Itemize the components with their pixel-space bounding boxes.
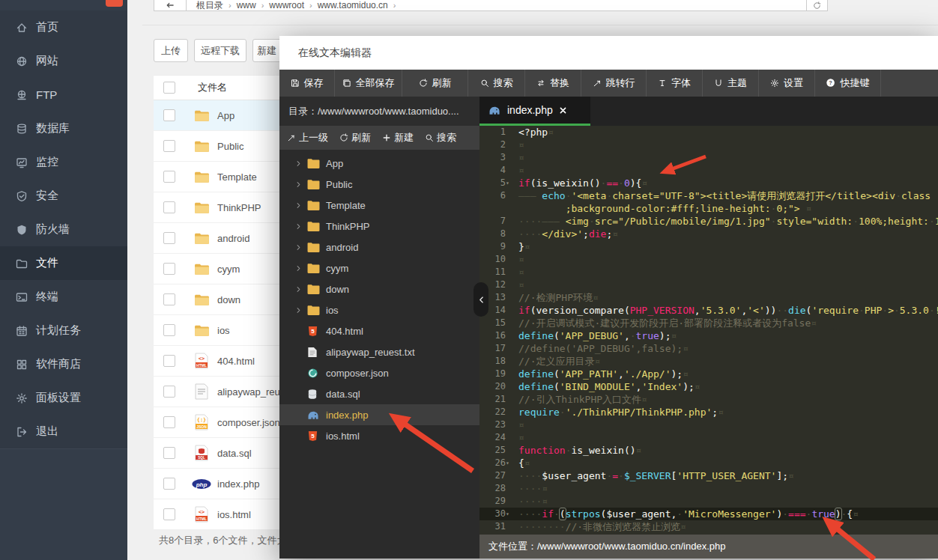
tree-up-level-button[interactable]: 上一级 <box>287 131 328 144</box>
sql-s-icon <box>307 389 321 400</box>
tree-item[interactable]: Template <box>279 195 479 216</box>
tree-item[interactable]: down <box>279 279 479 299</box>
tree-item[interactable]: cyym <box>279 258 479 279</box>
font-button[interactable]: 字体 <box>647 70 703 97</box>
code-line: 27····$user_agent·=·$_SERVER['HTTP_USER_… <box>479 469 938 482</box>
line-number: 11 <box>479 266 514 279</box>
tree-item-name: index.php <box>326 410 368 421</box>
refresh-path-button[interactable] <box>806 0 827 10</box>
sidebar-item-logout[interactable]: 退出 <box>0 415 127 448</box>
sidebar-item-home[interactable]: 首页 <box>0 10 127 44</box>
chevron-right-icon[interactable] <box>294 160 302 167</box>
tree-item[interactable]: data.sql <box>279 383 479 404</box>
editor-tab-indexphp[interactable]: index.php <box>479 97 590 126</box>
tree-item[interactable]: App <box>279 153 479 174</box>
row-checkbox[interactable] <box>163 109 175 121</box>
fm-button-upload[interactable]: 上传 <box>154 39 188 62</box>
row-checkbox[interactable] <box>163 140 175 152</box>
html5-icon: 5 <box>307 430 321 442</box>
gear-button[interactable]: 设置 <box>759 70 815 97</box>
chevron-right-icon[interactable] <box>294 202 302 209</box>
refresh-button[interactable]: 刷新 <box>402 70 468 97</box>
editor-modal: 在线文本编辑器 保存全部保存刷新搜索替换跳转行字体主题设置?快捷键 目录：/ww… <box>279 36 938 559</box>
chevron-right-icon[interactable] <box>294 286 302 293</box>
tree-item[interactable]: index.php <box>279 404 479 425</box>
sidebar-item-label: 防火墙 <box>36 222 70 237</box>
row-checkbox[interactable] <box>163 447 175 459</box>
tree-item[interactable]: alipaywap_reuest.txt <box>279 341 479 362</box>
tree-item[interactable]: ThinkPHP <box>279 216 479 237</box>
file-name: cyym <box>217 264 240 275</box>
editor-modal-title: 在线文本编辑器 <box>298 36 372 70</box>
up-level-icon <box>287 133 296 142</box>
sidebar-item-monitor[interactable]: 监控 <box>0 145 127 179</box>
breadcrumb-item[interactable]: 根目录 <box>196 0 223 12</box>
chevron-right-icon[interactable] <box>294 244 302 251</box>
row-checkbox[interactable] <box>163 478 175 490</box>
php-elephant-icon <box>488 106 501 115</box>
refresh-icon <box>419 79 428 88</box>
collapse-tree-handle[interactable] <box>473 282 488 317</box>
chevron-right-icon[interactable] <box>294 223 302 230</box>
tree-item[interactable]: android <box>279 237 479 258</box>
help-button[interactable]: ?快捷键 <box>815 70 881 97</box>
sidebar-item-gear[interactable]: 面板设置 <box>0 381 127 415</box>
tree-item[interactable]: 5ios.html <box>279 425 479 446</box>
replace-button[interactable]: 替换 <box>525 70 581 97</box>
sidebar-item-terminal[interactable]: 终端 <box>0 280 127 314</box>
goto-button[interactable]: 跳转行 <box>581 70 647 97</box>
breadcrumb-item[interactable]: wwwroot <box>269 0 304 10</box>
tree-item[interactable]: 5404.html <box>279 320 479 341</box>
breadcrumb-item[interactable]: www.taomiduo.cn <box>318 0 388 10</box>
row-checkbox[interactable] <box>163 508 175 520</box>
row-checkbox[interactable] <box>163 416 175 428</box>
search-icon <box>480 79 489 88</box>
tree-refresh-button[interactable]: 刷新 <box>339 131 371 144</box>
row-checkbox[interactable] <box>163 324 175 336</box>
svg-text:<>: <> <box>199 509 205 515</box>
row-checkbox[interactable] <box>163 201 175 213</box>
sidebar-item-folder[interactable]: 文件 <box>0 246 127 280</box>
code-editor[interactable]: 1<?php¤2¤3¤4¤5▾if(is_weixin()·==·0){¤6——… <box>479 126 938 535</box>
tree-item[interactable]: Public <box>279 174 479 195</box>
editor-toolbar: 保存全部保存刷新搜索替换跳转行字体主题设置?快捷键 <box>279 70 938 97</box>
search-button[interactable]: 搜索 <box>468 70 525 97</box>
sidebar-item-shield[interactable]: 防火墙 <box>0 213 127 246</box>
close-icon[interactable] <box>559 106 567 115</box>
save-button[interactable]: 保存 <box>279 70 335 97</box>
tree-item[interactable]: ios <box>279 299 479 320</box>
row-checkbox[interactable] <box>163 171 175 183</box>
sidebar-item-label: 计划任务 <box>36 323 81 338</box>
line-number: 18 <box>479 355 514 368</box>
column-filename: 文件名 <box>198 81 227 94</box>
file-txt-icon <box>192 383 211 400</box>
row-checkbox[interactable] <box>163 263 175 275</box>
sidebar-item-database[interactable]: 数据库 <box>0 112 127 145</box>
sidebar-item-globe[interactable]: 网站 <box>0 44 127 78</box>
sidebar-item-calendar[interactable]: 计划任务 <box>0 314 127 347</box>
row-checkbox[interactable] <box>163 386 175 398</box>
save-all-button[interactable]: 全部保存 <box>335 70 402 97</box>
fm-button-remote-download[interactable]: 远程下载 <box>194 39 246 62</box>
search-icon <box>425 133 434 142</box>
chevron-right-icon[interactable] <box>294 265 302 272</box>
sidebar-item-shield-check[interactable]: 安全 <box>0 179 127 213</box>
breadcrumb-item[interactable]: www <box>237 0 256 10</box>
file-html-icon: <>HTML <box>192 353 211 369</box>
tree-search-button[interactable]: 搜索 <box>425 131 456 144</box>
line-number: 24 <box>479 431 514 444</box>
sidebar-item-grid[interactable]: 软件商店 <box>0 347 127 381</box>
back-button[interactable] <box>154 0 187 10</box>
row-checkbox[interactable] <box>163 232 175 244</box>
tree-plus-button[interactable]: 新建 <box>382 131 414 144</box>
chevron-right-icon[interactable] <box>294 307 302 314</box>
row-checkbox[interactable] <box>163 355 175 367</box>
sidebar-item-ftp[interactable]: FTP <box>0 78 127 112</box>
gear-icon <box>770 79 779 88</box>
row-checkbox[interactable] <box>163 293 175 305</box>
chevron-right-icon[interactable] <box>294 181 302 188</box>
tree-item[interactable]: composer.json <box>279 362 479 383</box>
code-line: 3¤ <box>479 151 938 164</box>
theme-button[interactable]: 主题 <box>703 70 759 97</box>
select-all-checkbox[interactable] <box>163 82 175 94</box>
